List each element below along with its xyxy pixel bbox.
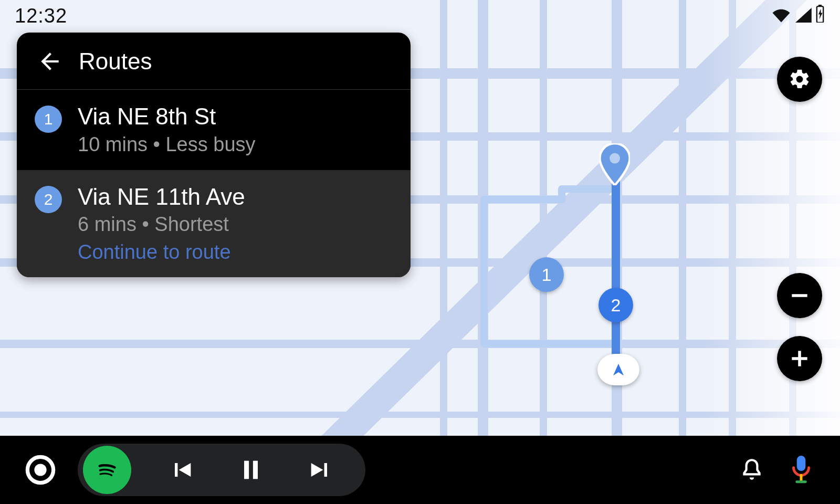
- map-route-marker-1[interactable]: 1: [529, 257, 564, 292]
- mic-icon: [788, 455, 814, 485]
- pause-icon: [237, 456, 265, 484]
- media-controls: [78, 444, 365, 496]
- previous-track-button[interactable]: [163, 451, 201, 489]
- routes-title: Routes: [79, 48, 152, 75]
- route-subtitle: 10 mins • Less busy: [78, 133, 256, 156]
- back-button[interactable]: [36, 47, 64, 76]
- svg-rect-23: [244, 461, 249, 479]
- zoom-out-button[interactable]: [777, 273, 822, 318]
- destination-pin-icon: [600, 143, 630, 185]
- spotify-button[interactable]: [83, 446, 131, 494]
- svg-rect-24: [253, 461, 258, 479]
- wifi-icon: [772, 5, 791, 27]
- route-option-1[interactable]: 1 Via NE 8th St 10 mins • Less busy: [17, 90, 411, 170]
- cell-signal-icon: [794, 5, 812, 27]
- route-number-badge: 1: [35, 106, 62, 133]
- destination-pin: [600, 143, 630, 185]
- route-title: Via NE 8th St: [78, 103, 256, 130]
- route-subtitle: 6 mins • Shortest: [78, 213, 245, 236]
- status-bar: 12:32: [0, 0, 840, 32]
- launcher-icon: [25, 455, 56, 485]
- next-track-button[interactable]: [301, 451, 339, 489]
- routes-panel: Routes 1 Via NE 8th St 10 mins • Less bu…: [17, 33, 411, 277]
- spotify-icon: [92, 455, 122, 485]
- svg-point-20: [610, 153, 620, 164]
- next-track-icon: [307, 456, 334, 484]
- bottom-nav-bar: [0, 436, 840, 504]
- settings-button[interactable]: [777, 57, 822, 102]
- routes-header: Routes: [17, 33, 411, 90]
- svg-rect-16: [818, 5, 822, 6]
- prev-track-icon: [168, 456, 195, 484]
- map-route-marker-2[interactable]: 2: [598, 288, 633, 322]
- battery-charging-icon: [815, 5, 825, 27]
- voice-assistant-button[interactable]: [782, 451, 820, 489]
- minus-icon: [788, 284, 811, 307]
- current-location-marker: [597, 354, 639, 385]
- gear-icon: [788, 68, 811, 91]
- route-option-2[interactable]: 2 Via NE 11th Ave 6 mins • Shortest Cont…: [17, 170, 411, 278]
- notifications-button[interactable]: [733, 451, 771, 489]
- svg-rect-25: [797, 456, 806, 471]
- svg-rect-17: [792, 294, 807, 297]
- plus-icon: [788, 347, 811, 370]
- svg-rect-19: [798, 351, 801, 366]
- zoom-in-button[interactable]: [777, 336, 822, 381]
- back-arrow-icon: [37, 48, 63, 75]
- route-number-badge: 2: [35, 186, 62, 213]
- pause-button[interactable]: [232, 451, 270, 489]
- launcher-button[interactable]: [20, 449, 61, 490]
- bell-icon: [739, 457, 765, 483]
- continue-to-route-link[interactable]: Continue to route: [78, 241, 245, 264]
- heading-arrow-icon: [611, 362, 626, 377]
- status-time: 12:32: [15, 5, 67, 27]
- route-title: Via NE 11th Ave: [78, 184, 245, 211]
- svg-point-22: [34, 464, 46, 476]
